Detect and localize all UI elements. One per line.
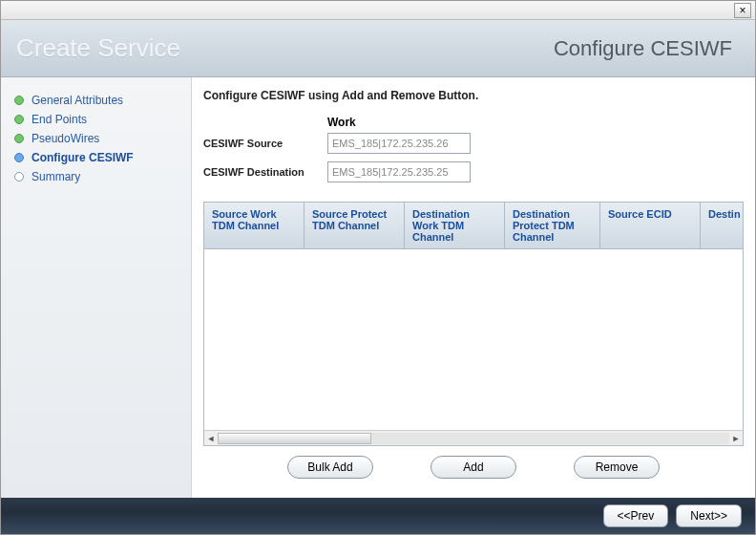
prev-button[interactable]: <<Prev <box>603 504 669 527</box>
source-input[interactable] <box>327 133 471 154</box>
sidebar-item-general-attributes[interactable]: General Attributes <box>10 91 181 110</box>
scroll-thumb[interactable] <box>218 433 371 444</box>
wizard-title: Create Service <box>16 33 180 63</box>
sidebar-item-end-points[interactable]: End Points <box>10 110 181 129</box>
step-title: Configure CESIWF <box>554 36 732 61</box>
table-body <box>204 249 743 430</box>
bulk-add-button[interactable]: Bulk Add <box>287 456 373 479</box>
status-icon <box>14 115 24 124</box>
status-icon <box>14 96 24 105</box>
horizontal-scrollbar[interactable]: ◄ ► <box>204 430 743 445</box>
col-source-work-tdm[interactable]: Source Work TDM Channel <box>204 203 304 248</box>
instruction-text: Configure CESIWF using Add and Remove Bu… <box>203 89 744 102</box>
sidebar-item-label: Summary <box>32 170 80 183</box>
status-icon <box>14 153 24 162</box>
sidebar-item-label: General Attributes <box>32 94 123 107</box>
sidebar: General Attributes End Points PseudoWire… <box>1 77 192 498</box>
table-header: Source Work TDM Channel Source Protect T… <box>204 203 743 249</box>
scroll-right-arrow-icon[interactable]: ► <box>729 432 743 445</box>
sidebar-item-configure-cesiwf[interactable]: Configure CESIWF <box>10 148 181 167</box>
main-panel: Configure CESIWF using Add and Remove Bu… <box>192 77 755 498</box>
destination-label: CESIWF Destination <box>203 166 327 178</box>
destination-input[interactable] <box>327 161 471 182</box>
source-label: CESIWF Source <box>203 138 327 149</box>
col-source-ecid[interactable]: Source ECID <box>600 203 701 248</box>
wizard-window: × Create Service Configure CESIWF Genera… <box>0 0 756 535</box>
next-button[interactable]: Next>> <box>676 504 742 527</box>
scroll-track[interactable] <box>218 433 729 444</box>
cesiwf-table: Source Work TDM Channel Source Protect T… <box>203 202 744 446</box>
sidebar-item-summary[interactable]: Summary <box>10 167 181 186</box>
work-heading: Work <box>327 116 744 129</box>
header: Create Service Configure CESIWF <box>1 20 755 77</box>
row-destination: CESIWF Destination <box>203 161 744 182</box>
sidebar-item-label: Configure CESIWF <box>32 151 134 164</box>
row-source: CESIWF Source <box>203 133 744 154</box>
form-area: Work CESIWF Source CESIWF Destination <box>203 116 744 190</box>
col-dest-work-tdm[interactable]: Destination Work TDM Channel <box>405 203 505 248</box>
scroll-left-arrow-icon[interactable]: ◄ <box>204 432 218 445</box>
remove-button[interactable]: Remove <box>574 456 660 479</box>
sidebar-item-pseudowires[interactable]: PseudoWires <box>10 129 181 148</box>
sidebar-item-label: End Points <box>32 113 87 126</box>
add-button[interactable]: Add <box>430 456 516 479</box>
col-destin[interactable]: Destin <box>701 203 743 248</box>
close-button[interactable]: × <box>734 3 751 18</box>
action-buttons: Bulk Add Add Remove <box>203 446 744 488</box>
col-dest-protect-tdm[interactable]: Destination Protect TDM Channel <box>505 203 600 248</box>
titlebar: × <box>1 1 755 20</box>
body: General Attributes End Points PseudoWire… <box>1 77 755 498</box>
status-icon <box>14 172 24 182</box>
footer: <<Prev Next>> <box>1 498 755 534</box>
sidebar-item-label: PseudoWires <box>32 132 99 145</box>
col-source-protect-tdm[interactable]: Source Protect TDM Channel <box>304 203 405 248</box>
status-icon <box>14 134 24 143</box>
